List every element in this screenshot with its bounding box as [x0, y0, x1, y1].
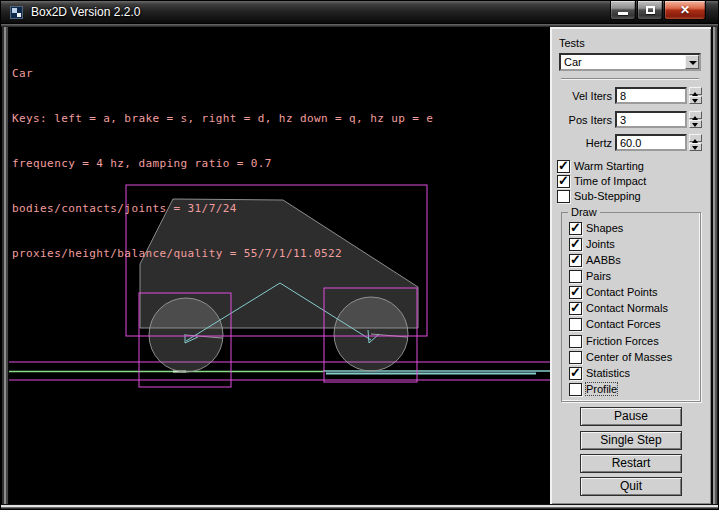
pos-iters-input[interactable] — [615, 111, 687, 128]
hertz-spinner — [689, 134, 702, 151]
hertz-input[interactable] — [615, 134, 687, 151]
maximize-icon — [646, 6, 655, 14]
tests-dropdown[interactable]: Car — [559, 53, 701, 71]
checkbox-box: ✓ — [569, 238, 582, 251]
checkbox-label: Center of Masses — [586, 351, 672, 363]
checkbox-box: ✓ — [557, 175, 570, 188]
close-icon: ✕ — [680, 2, 690, 19]
control-panel: Tests Car Vel Iters Pos Iters Hertz — [550, 27, 711, 504]
checkbox-label: Contact Forces — [586, 318, 661, 330]
tests-label: Tests — [559, 37, 585, 49]
checkbox-box: ✓ — [569, 351, 582, 364]
vel-iters-label: Vel Iters — [550, 90, 612, 102]
hud-line-keys: Keys: left = a, brake = s, right = d, hz… — [12, 111, 433, 126]
checkbox-label: Profile — [586, 383, 617, 395]
hud-line-bodies: bodies/contacts/joints = 31/7/24 — [12, 201, 433, 216]
spin-up-icon[interactable] — [689, 134, 702, 142]
spin-down-icon[interactable] — [689, 120, 702, 128]
draw-group-label: Draw — [568, 206, 600, 218]
minimize-icon — [618, 12, 628, 15]
minimize-button[interactable] — [610, 1, 636, 20]
quit-button[interactable]: Quit — [580, 477, 682, 496]
hud-line-test-name: Car — [12, 66, 433, 81]
checkbox-box: ✓ — [569, 383, 582, 396]
checkbox-box: ✓ — [569, 335, 582, 348]
window-border-left — [1, 27, 9, 510]
window-border-right — [711, 27, 719, 510]
checkbox-label: Statistics — [586, 367, 630, 379]
simulation-canvas[interactable]: Car Keys: left = a, brake = s, right = d… — [9, 27, 550, 504]
tests-dropdown-value: Car — [564, 56, 582, 68]
maximize-button[interactable] — [637, 1, 663, 20]
checkbox-label: Time of Impact — [574, 175, 646, 187]
checkbox-box: ✓ — [569, 222, 582, 235]
restart-button[interactable]: Restart — [580, 454, 682, 473]
checkbox-label: Friction Forces — [586, 335, 659, 347]
checkbox-box: ✓ — [569, 367, 582, 380]
spin-down-icon[interactable] — [689, 96, 702, 104]
pause-button[interactable]: Pause — [580, 407, 682, 426]
checkbox-label: Shapes — [586, 222, 623, 234]
checkbox-label: Joints — [586, 238, 615, 250]
checkbox-label: Contact Normals — [586, 302, 668, 314]
checkbox-label: Contact Points — [586, 286, 658, 298]
statistics-text: Car Keys: left = a, brake = s, right = d… — [12, 36, 433, 291]
single-step-button[interactable]: Single Step — [580, 431, 682, 450]
hud-line-frequency: frequency = 4 hz, damping ratio = 0.7 — [12, 156, 433, 171]
checkbox-label: Warm Starting — [574, 160, 644, 172]
caption-buttons: ✕ — [609, 1, 706, 20]
vel-iters-row: Vel Iters — [550, 87, 711, 104]
checkbox-label: AABBs — [586, 254, 621, 266]
window-border-bottom — [1, 504, 719, 510]
hud-line-proxies: proxies/height/balance/quality = 55/7/1/… — [12, 246, 433, 261]
spin-down-icon[interactable] — [689, 143, 702, 151]
checkbox-box: ✓ — [569, 270, 582, 283]
separator — [561, 78, 699, 80]
vel-iters-spinner — [689, 87, 702, 104]
checkbox-box: ✓ — [569, 318, 582, 331]
checkbox-box: ✓ — [557, 160, 570, 173]
checkbox-box: ✓ — [557, 190, 570, 203]
pos-iters-row: Pos Iters — [550, 111, 711, 128]
checkbox-label: Pairs — [586, 270, 611, 282]
checkbox-label: Sub-Stepping — [574, 190, 641, 202]
checkbox-box: ✓ — [569, 302, 582, 315]
vel-iters-input[interactable] — [615, 87, 687, 104]
pos-iters-label: Pos Iters — [550, 114, 612, 126]
box2d-window: Box2D Version 2.2.0 ✕ — [0, 0, 719, 510]
checkbox-box: ✓ — [569, 286, 582, 299]
spin-up-icon[interactable] — [689, 87, 702, 95]
chevron-down-icon[interactable] — [685, 55, 699, 69]
hertz-label: Hertz — [550, 137, 612, 149]
spin-up-icon[interactable] — [689, 111, 702, 119]
close-button[interactable]: ✕ — [664, 1, 706, 20]
hertz-row: Hertz — [550, 134, 711, 151]
window-title: Box2D Version 2.2.0 — [31, 5, 140, 19]
pos-iters-spinner — [689, 111, 702, 128]
app-icon — [10, 6, 23, 19]
checkbox-box: ✓ — [569, 254, 582, 267]
